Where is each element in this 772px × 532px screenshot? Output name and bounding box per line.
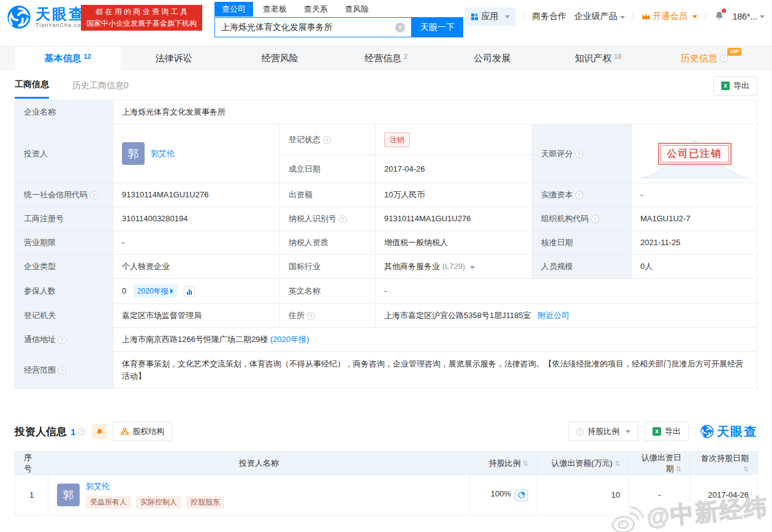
- nav-account[interactable]: 186*...: [733, 12, 765, 21]
- clear-icon[interactable]: ×: [395, 23, 405, 32]
- row-credit-code: 统一社会信用代码 ? 91310114MA1GU1U276 出资额 10万人民币…: [15, 183, 758, 207]
- regno-value: 310114003280194: [113, 207, 280, 231]
- regno-label: 工商注册号: [15, 207, 113, 231]
- annual-report-chip[interactable]: 2020年报: [134, 284, 177, 298]
- equity-structure-button[interactable]: 股权结构: [113, 422, 172, 441]
- col-investor-name: 投资人名称: [48, 452, 470, 475]
- promo-banner: 都 在 用 的 商 业 查 询 工 具 国家中小企业发展子基金旗下机构: [81, 5, 202, 31]
- search-tab-boss[interactable]: 查老板: [255, 2, 294, 17]
- english-label: 英文名称: [280, 279, 376, 304]
- staff-value: 0人: [632, 255, 758, 279]
- sort-icon[interactable]: ⇅: [743, 465, 749, 473]
- approve-label: 核准日期: [532, 231, 632, 255]
- insured-label: 参保人数: [15, 279, 113, 304]
- arrow-right-icon: [170, 289, 173, 294]
- industry-code: (L729): [442, 262, 466, 271]
- sort-icon[interactable]: ⇅: [676, 465, 681, 473]
- search-tab-risk[interactable]: 查风险: [338, 2, 376, 17]
- sort-icon[interactable]: ⇅: [615, 460, 620, 468]
- type-value: 个人独资企业: [113, 255, 280, 279]
- nav-apps-label: 应用: [482, 11, 499, 22]
- tag-beneficial-owner[interactable]: 受益所有人: [86, 496, 131, 509]
- type-label: 企业类型: [15, 255, 113, 279]
- avatar[interactable]: 郭: [122, 142, 145, 165]
- help-icon[interactable]: ?: [323, 136, 331, 144]
- tag-actual-controller[interactable]: 实际控制人: [136, 496, 181, 509]
- mail-label: 通信地址 ?: [15, 328, 113, 352]
- help-icon[interactable]: ?: [58, 367, 66, 374]
- approve-value: 2021-11-25: [632, 231, 758, 255]
- tab-basic-info[interactable]: 基本信息 12: [15, 47, 121, 70]
- bell-icon: [96, 428, 104, 436]
- tab-operation-risk[interactable]: 经营风险: [227, 47, 333, 70]
- tab-count: 2: [404, 53, 407, 60]
- row-mail-address: 通信地址 ? 上海市南京西路1266号恒隆广场二期29楼 (2020年报): [15, 328, 758, 352]
- search-input[interactable]: 上海烁光体育文化发展事务所 ×: [214, 17, 412, 37]
- help-icon[interactable]: ?: [591, 215, 599, 223]
- help-icon[interactable]: ?: [90, 191, 98, 199]
- notification-bell-icon[interactable]: [714, 10, 725, 23]
- nav-vip-member[interactable]: 开通会员: [641, 11, 697, 22]
- help-icon[interactable]: ?: [307, 312, 315, 320]
- help-icon[interactable]: ?: [58, 336, 66, 344]
- col-ratio[interactable]: 持股比例⇅: [470, 452, 537, 475]
- subtab-history-business-info[interactable]: 历史工商信息0: [72, 72, 129, 98]
- help-icon[interactable]: ?: [720, 55, 728, 63]
- search-button[interactable]: 天眼一下: [412, 17, 463, 37]
- subtab-business-info[interactable]: 工商信息: [15, 70, 49, 99]
- help-icon[interactable]: ?: [339, 215, 347, 223]
- sort-icon[interactable]: ⇅: [523, 460, 528, 468]
- orgcode-value: MA1GU1U2-7: [632, 207, 758, 231]
- brand-logo[interactable]: 天眼查 TianYanCha.com: [6, 4, 86, 30]
- shareholding-ratio-button[interactable]: ? 持股比例: [568, 422, 638, 441]
- weibo-icon: [607, 501, 645, 532]
- investor-name-link[interactable]: 郭艾伦: [86, 482, 110, 491]
- notification-dot: [722, 9, 726, 13]
- tag-controlling-shareholder[interactable]: 控股股东: [186, 496, 224, 509]
- search-tab-relation[interactable]: 查关系: [297, 2, 335, 17]
- nav-cooperation[interactable]: 商务合作: [532, 11, 567, 22]
- pie-chart-icon[interactable]: [515, 489, 528, 501]
- search-tab-company[interactable]: 查公司: [214, 2, 253, 17]
- top-nav: 应用 商务合作 企业级产品 开通会员 186*...: [465, 7, 765, 26]
- apps-grid-icon: [471, 13, 478, 20]
- help-icon[interactable]: ?: [575, 191, 583, 199]
- col-date[interactable]: 认缴出资日期⇅: [629, 452, 691, 475]
- subtab-bar: 工商信息 历史工商信息0 x 导出: [0, 70, 772, 99]
- col-first-date[interactable]: 首次持股日期⇅: [691, 452, 758, 475]
- tab-legal-proceedings[interactable]: 法律诉讼: [121, 47, 227, 70]
- monitor-bell-button[interactable]: [92, 424, 107, 439]
- address-value: 上海市嘉定区沪宜公路5358号1层J1185室 附近公司: [376, 304, 758, 328]
- annual-report-link[interactable]: (2020年报): [270, 335, 309, 344]
- col-amount[interactable]: 认缴出资额(万元)⇅: [537, 452, 629, 475]
- uscc-label: 统一社会信用代码 ?: [15, 183, 113, 207]
- tab-company-development[interactable]: 公司发展: [439, 47, 545, 70]
- trend-chart-icon[interactable]: [184, 286, 195, 297]
- orgcode-label: 组织机构代码 ?: [532, 207, 632, 231]
- tab-history-info[interactable]: VIP 历史信息 ?: [651, 47, 757, 70]
- mail-value: 上海市南京西路1266号恒隆广场二期29楼 (2020年报): [113, 328, 758, 352]
- shareholding-ratio-label: 持股比例: [588, 426, 619, 437]
- deregistered-stamp: 公司已注销: [658, 143, 732, 165]
- vip-badge: VIP: [727, 48, 741, 56]
- investors-count: 1: [70, 427, 75, 437]
- chevron-down-icon[interactable]: [470, 266, 475, 269]
- help-icon[interactable]: ?: [575, 150, 583, 158]
- nav-enterprise[interactable]: 企业级产品: [575, 11, 625, 22]
- nav-apps[interactable]: 应用: [465, 7, 516, 26]
- tab-operation-info[interactable]: 经营信息 2: [333, 47, 439, 70]
- col-index: 序号: [15, 452, 48, 475]
- avatar[interactable]: 郭: [57, 484, 80, 506]
- chevron-down-icon: [505, 15, 510, 18]
- paidin-label: 实缴资本 ?: [532, 183, 632, 207]
- export-button[interactable]: x 导出: [713, 76, 757, 96]
- english-value: -: [376, 279, 758, 304]
- nearby-companies-link[interactable]: 附近公司: [537, 311, 569, 320]
- investor-name-link[interactable]: 郭艾伦: [151, 148, 175, 160]
- investor-index: 1: [15, 475, 48, 515]
- tab-intellectual-property[interactable]: 知识产权 18: [545, 47, 651, 70]
- row-insured: 参保人数 0 2020年报 英文名称 -: [15, 279, 758, 304]
- chevron-down-icon: [626, 430, 630, 433]
- help-icon[interactable]: ?: [78, 428, 86, 436]
- export-investors-button[interactable]: x 导出: [645, 422, 689, 441]
